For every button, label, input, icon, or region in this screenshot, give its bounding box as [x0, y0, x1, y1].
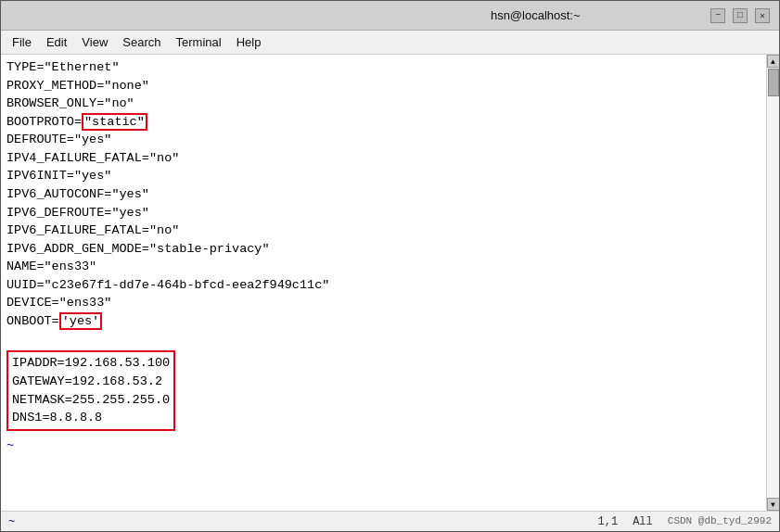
term-line: IPV6_DEFROUTE="yes" — [6, 204, 761, 222]
minimize-button[interactable]: − — [710, 8, 725, 23]
term-line-netmask: NETMASK=255.255.255.0 — [12, 391, 170, 410]
menu-bar: File Edit View Search Terminal Help — [1, 31, 779, 55]
scroll-up-button[interactable]: ▲ — [767, 55, 780, 68]
term-line: IPV6_AUTOCONF="yes" — [6, 185, 761, 204]
status-view: All — [633, 515, 653, 528]
highlight-onboot: 'yes' — [59, 312, 103, 330]
menu-edit[interactable]: Edit — [39, 33, 74, 51]
highlight-static: "static" — [82, 113, 147, 131]
status-attribution: CSDN @db_tyd_2992 — [668, 515, 772, 528]
status-bar: ~ 1,1 All CSDN @db_tyd_2992 — [1, 511, 779, 531]
close-button[interactable]: ✕ — [755, 8, 770, 23]
scrollbar[interactable]: ▲ ▼ — [766, 55, 779, 511]
term-line: PROXY_METHOD="none" — [6, 77, 761, 95]
scroll-thumb[interactable] — [768, 69, 779, 96]
menu-search[interactable]: Search — [115, 33, 168, 51]
status-position: 1,1 — [598, 515, 619, 528]
menu-view[interactable]: View — [74, 33, 115, 51]
term-line: UUID="c23e67f1-dd7e-464b-bfcd-eea2f949c1… — [6, 276, 761, 295]
term-line: ONBOOT='yes' — [6, 312, 761, 331]
term-line: IPV6_FAILURE_FATAL="no" — [6, 222, 761, 240]
term-line: IPV6INIT="yes" — [6, 167, 761, 185]
terminal-window: hsn@localhost:~ − □ ✕ File Edit View Sea… — [0, 0, 780, 532]
network-config-box: IPADDR=192.168.53.100 GATEWAY=192.168.53… — [6, 350, 175, 430]
menu-terminal[interactable]: Terminal — [169, 33, 229, 51]
term-line: IPV6_ADDR_GEN_MODE="stable-privacy" — [6, 240, 761, 259]
menu-help[interactable]: Help — [229, 33, 269, 51]
text-area[interactable]: TYPE="Ethernet" PROXY_METHOD="none" BROW… — [1, 55, 766, 511]
maximize-button[interactable]: □ — [733, 8, 748, 23]
status-right: 1,1 All CSDN @db_tyd_2992 — [598, 515, 772, 528]
scroll-track[interactable] — [767, 68, 779, 498]
term-line: DEFROUTE="yes" — [6, 131, 761, 149]
term-line: IPV4_FAILURE_FATAL="no" — [6, 149, 761, 168]
term-line: BROWSER_ONLY="no" — [6, 95, 761, 113]
term-tilde: ~ — [6, 437, 761, 455]
term-line-ipaddr: IPADDR=192.168.53.100 — [12, 354, 170, 373]
window-title: hsn@localhost:~ — [361, 8, 711, 22]
term-line: DEVICE="ens33" — [6, 294, 761, 312]
menu-file[interactable]: File — [5, 33, 39, 51]
window-controls: − □ ✕ — [710, 8, 770, 23]
term-line-empty — [6, 330, 761, 348]
term-line: BOOTPROTO="static" — [6, 113, 761, 132]
terminal-content[interactable]: TYPE="Ethernet" PROXY_METHOD="none" BROW… — [1, 55, 779, 511]
term-line-gateway: GATEWAY=192.168.53.2 — [12, 373, 170, 391]
term-line: TYPE="Ethernet" — [6, 58, 761, 77]
term-line: NAME="ens33" — [6, 258, 761, 276]
term-line-dns: DNS1=8.8.8.8 — [12, 409, 170, 427]
title-bar: hsn@localhost:~ − □ ✕ — [1, 1, 779, 31]
status-tilde: ~ — [8, 515, 15, 528]
scroll-down-button[interactable]: ▼ — [767, 498, 780, 511]
